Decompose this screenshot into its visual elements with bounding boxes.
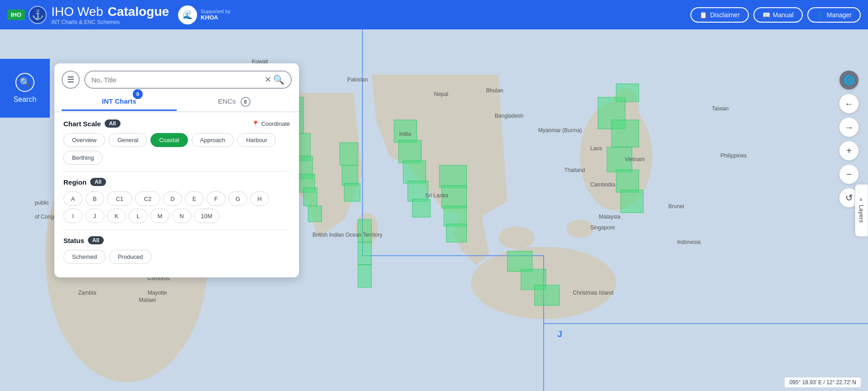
region-btn-F[interactable]: F <box>207 191 226 206</box>
manual-icon: 📖 <box>762 11 770 19</box>
region-btn-L[interactable]: L <box>129 209 148 223</box>
region-label: Region <box>63 178 87 186</box>
region-btn-C1[interactable]: C1 <box>107 191 132 206</box>
region-btn-10M[interactable]: 10M <box>194 209 219 223</box>
region-btn-E[interactable]: E <box>185 191 204 206</box>
tab-encs[interactable]: ENCs 0 <box>177 92 292 111</box>
search-input[interactable] <box>92 76 263 84</box>
back-button[interactable]: ← <box>839 94 859 114</box>
status-btn-schemed[interactable]: Schemed <box>63 250 106 264</box>
sidebar-search-button[interactable]: 🔍 Search <box>0 59 50 118</box>
header-title-bold: Catalogue <box>108 5 169 19</box>
status-buttons: Schemed Produced <box>63 250 290 264</box>
manager-button[interactable]: 👤 Manager <box>807 7 861 23</box>
svg-rect-27 <box>358 219 371 242</box>
search-input-wrap: ✕ 🔍 <box>84 71 292 89</box>
scale-btn-coastal[interactable]: Coastal <box>150 133 188 147</box>
reset-icon: ↺ <box>845 192 853 203</box>
search-icon-circle: 🔍 <box>15 73 34 92</box>
status-label: Status <box>63 237 84 244</box>
svg-rect-42 <box>616 170 639 192</box>
svg-point-12 <box>566 219 593 238</box>
svg-rect-37 <box>444 206 467 226</box>
tabs-row: 0 INT Charts ENCs 0 <box>54 92 299 112</box>
svg-rect-26 <box>344 183 360 201</box>
search-clear-button[interactable]: ✕ <box>263 75 273 85</box>
svg-rect-32 <box>403 161 426 183</box>
svg-text:J: J <box>557 329 562 339</box>
forward-icon: → <box>844 122 854 133</box>
manager-icon: 👤 <box>816 11 824 19</box>
region-badge: All <box>90 178 106 186</box>
region-btn-M[interactable]: M <box>150 209 169 223</box>
layers-label: Layers <box>858 205 865 223</box>
svg-rect-29 <box>358 265 371 287</box>
manual-button[interactable]: 📖 Manual <box>753 7 803 23</box>
region-btn-G[interactable]: G <box>228 191 247 206</box>
svg-rect-25 <box>342 165 358 186</box>
region-btn-B[interactable]: B <box>85 191 104 206</box>
search-icon: 🔍 <box>19 77 31 88</box>
svg-rect-23 <box>308 206 322 222</box>
region-btn-A[interactable]: A <box>63 191 82 206</box>
coordinate-link[interactable]: 📍 Coordinate <box>252 120 290 127</box>
enc-count-badge: 0 <box>241 97 251 107</box>
disclaimer-button[interactable]: 📋 Disclaimer <box>690 7 748 23</box>
header-title-block: IHO Web Catalogue INT Charts & ENC Schem… <box>51 5 171 25</box>
svg-rect-44 <box>507 251 532 272</box>
zoom-in-button[interactable]: + <box>839 141 859 161</box>
menu-button[interactable]: ☰ <box>62 71 80 89</box>
region-btn-H[interactable]: H <box>250 191 269 206</box>
region-btn-K[interactable]: K <box>107 209 126 223</box>
coordinate-pin-icon: 📍 <box>252 120 259 127</box>
svg-rect-30 <box>394 120 417 143</box>
svg-rect-38 <box>446 224 467 242</box>
region-buttons: A B C1 C2 D E F G H I J K L M N 10M <box>63 191 290 223</box>
status-btn-produced[interactable]: Produced <box>109 250 152 264</box>
header-supported: 🌊 Supported by KHOA <box>178 5 230 24</box>
chart-scale-badge: All <box>105 119 121 128</box>
back-icon: ← <box>844 99 854 109</box>
scale-btn-overview[interactable]: Overview <box>63 133 105 147</box>
globe-button[interactable]: 🌐 <box>839 70 859 90</box>
svg-rect-22 <box>304 188 317 206</box>
region-btn-I[interactable]: I <box>63 209 82 223</box>
menu-icon: ☰ <box>67 75 74 85</box>
scale-btn-harbour[interactable]: Harbour <box>237 133 276 147</box>
forward-button[interactable]: → <box>839 117 859 137</box>
svg-rect-36 <box>442 186 467 208</box>
region-btn-D[interactable]: D <box>163 191 182 206</box>
header-emblem: ⚓ <box>29 6 47 24</box>
header-subtitle: INT Charts & ENC Schemes <box>51 19 171 25</box>
chart-scale-header: Chart Scale All 📍 Coordinate <box>63 119 290 128</box>
svg-rect-33 <box>408 181 428 201</box>
region-btn-J[interactable]: J <box>85 209 104 223</box>
map-container[interactable]: J Kuwait Pakistan Nepal Bhutan Banglades… <box>0 29 868 391</box>
plus-icon: + <box>846 146 852 156</box>
divider-2 <box>63 229 290 230</box>
layers-button[interactable]: « Layers <box>855 184 868 236</box>
region-header: Region All <box>63 178 290 186</box>
chevron-left-icon: « <box>858 198 865 201</box>
disclaimer-icon: 📋 <box>699 11 707 19</box>
zoom-out-button[interactable]: − <box>839 164 859 184</box>
search-go-button[interactable]: 🔍 <box>273 74 285 85</box>
svg-rect-31 <box>399 140 421 163</box>
region-btn-N[interactable]: N <box>172 209 191 223</box>
scale-btn-berthing[interactable]: Berthing <box>63 151 102 165</box>
svg-rect-47 <box>616 84 639 102</box>
svg-rect-46 <box>535 285 559 305</box>
svg-rect-28 <box>358 242 371 265</box>
tab-int-charts[interactable]: INT Charts <box>62 93 177 111</box>
svg-rect-41 <box>607 147 632 172</box>
region-btn-C2[interactable]: C2 <box>135 191 160 206</box>
sidebar-search-label: Search <box>14 95 37 104</box>
scale-btn-approach[interactable]: Approach <box>192 133 234 147</box>
scale-btn-general[interactable]: General <box>109 133 147 147</box>
status-header: Status All <box>63 236 290 244</box>
minus-icon: − <box>846 169 852 180</box>
iho-logo: IHO <box>7 10 25 20</box>
map-coordinates: 095° 18.93' E / 12° 22.72' N <box>785 377 861 387</box>
svg-point-11 <box>498 226 535 249</box>
search-input-row: ☰ ✕ 🔍 <box>54 63 299 92</box>
